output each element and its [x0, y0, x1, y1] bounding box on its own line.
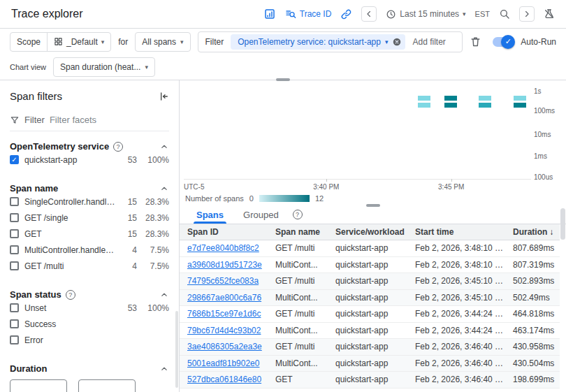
facet-item[interactable]: GET /single1528.3% [10, 210, 169, 226]
facet-item-label: GET /single [24, 213, 116, 223]
span-id-link[interactable]: 5001eadf81b902e0 [180, 358, 268, 368]
facet-item[interactable]: MultiController.handleMulti47.5% [10, 242, 169, 258]
duration-min-input[interactable] [10, 379, 67, 392]
time-forward-button[interactable] [519, 6, 535, 22]
span-id-link[interactable]: 3ae4086305a2ea3e [180, 342, 268, 351]
span-id-link[interactable]: a39608d19d51723e [180, 260, 268, 270]
table-row[interactable]: 298667ae800c6a76MultiCont...quickstart-a… [180, 290, 560, 307]
facet-filter-input[interactable] [50, 115, 169, 125]
table-row[interactable]: 5001eadf81b902e0MultiCont...quickstart-a… [180, 356, 560, 372]
span-id-link[interactable]: e7d7ee8040b8f8c2 [180, 243, 268, 253]
insights-button[interactable] [263, 8, 276, 20]
checkbox[interactable] [10, 319, 19, 328]
checkbox[interactable] [10, 245, 19, 254]
heatmap-cell[interactable] [479, 96, 491, 101]
facet-item[interactable]: GET1528.3% [10, 226, 169, 242]
collapse-panel-button[interactable] [158, 91, 169, 102]
scope-dropdown[interactable]: _Default ▾ [48, 33, 110, 51]
y-tick-label: 10ms [534, 131, 551, 138]
chevron-up-icon[interactable] [159, 184, 169, 194]
column-header[interactable]: Span ID [180, 227, 268, 237]
time-back-button[interactable] [361, 6, 377, 22]
checkbox[interactable] [10, 197, 19, 206]
heatmap-cell[interactable] [514, 103, 526, 108]
tab-spans[interactable]: Spans [187, 206, 233, 224]
facet-item-count: 15 [122, 197, 137, 207]
y-tick-label: 1ms [534, 152, 547, 159]
checkbox[interactable] [10, 229, 19, 238]
labs-button[interactable] [544, 8, 555, 20]
duration-max-input[interactable] [78, 379, 136, 392]
table-row[interactable]: 7686b15ce97e1d6cGET /multiquickstart-app… [180, 306, 560, 323]
auto-run-toggle[interactable]: ✓ [493, 37, 514, 47]
heatmap-cell[interactable] [418, 103, 430, 108]
heatmap-cell[interactable] [479, 103, 491, 108]
column-header[interactable]: Duration↓ [505, 227, 560, 237]
checkbox[interactable] [10, 303, 19, 312]
search-button[interactable] [499, 8, 510, 20]
topbar: Trace explorer Trace ID Last 15 minutes … [0, 0, 566, 29]
checkbox[interactable] [10, 261, 19, 270]
table-row[interactable]: e7d7ee8040b8f8c2GET /multiquickstart-app… [180, 240, 560, 257]
facet-item[interactable]: ✓quickstart-app53100% [10, 152, 169, 168]
facet-item-count: 4 [122, 245, 137, 255]
remove-filter-icon[interactable] [392, 37, 402, 47]
timezone-button[interactable]: EST [475, 10, 490, 18]
add-filter-input[interactable]: Add filter [412, 37, 445, 47]
facet-item[interactable]: Unset53100% [10, 300, 169, 316]
scrollbar-thumb[interactable] [560, 208, 565, 240]
heatmap-cell[interactable] [444, 96, 457, 101]
help-icon[interactable]: ? [293, 210, 303, 219]
chevron-up-icon[interactable] [159, 290, 169, 300]
facet-item[interactable]: GET /multi47.5% [10, 258, 169, 274]
trace-id-button[interactable]: Trace ID [285, 8, 332, 20]
column-header[interactable]: Span name [268, 227, 328, 237]
heatmap-cell[interactable] [418, 96, 430, 101]
checkbox[interactable] [10, 213, 19, 222]
span-id-link[interactable]: 527dbca061846e80 [180, 375, 268, 384]
facet-item[interactable]: SingleController.handleSing...1528.3% [10, 194, 169, 210]
sidebar-scrollbar[interactable] [175, 311, 178, 388]
table-cell: Feb 2, 2026, 3:48:10 PM [407, 260, 505, 270]
facet-section-header[interactable]: OpenTelemetry service? [10, 141, 169, 152]
facet-item[interactable]: Success [10, 316, 169, 332]
facet-section: OpenTelemetry service?✓quickstart-app531… [0, 131, 179, 173]
table-row[interactable]: a39608d19d51723eMultiCont...quickstart-a… [180, 257, 560, 274]
facet-item[interactable]: Error [10, 332, 169, 348]
tab-grouped[interactable]: Grouped [233, 206, 289, 224]
help-icon[interactable]: ? [113, 142, 123, 152]
span-id-link[interactable]: 79bc67d4d4c93b02 [180, 326, 268, 335]
span-id-link[interactable]: 74795c652fce083a [180, 276, 268, 286]
vertical-resize-handle[interactable] [276, 78, 290, 81]
chevron-up-icon[interactable] [159, 142, 169, 152]
chart-type-dropdown[interactable]: Span duration (heat... ▾ [53, 57, 155, 77]
heatmap-plot[interactable] [184, 87, 531, 180]
chevron-up-icon[interactable] [159, 364, 169, 374]
sidebar-header: Span filters [0, 80, 179, 106]
table-scrollbar[interactable] [560, 206, 566, 392]
heatmap-cell[interactable] [444, 103, 457, 108]
heatmap-cell[interactable] [514, 96, 526, 101]
facet-section-header[interactable]: Span name [10, 183, 169, 194]
table-resize-handle[interactable] [366, 204, 380, 207]
filter-input-container[interactable]: Filter OpenTelemetry service: quickstart… [198, 31, 463, 52]
help-icon[interactable]: ? [66, 290, 75, 300]
table-row[interactable]: 79bc67d4d4c93b02MultiCont...quickstart-a… [180, 323, 560, 340]
permalink-button[interactable] [340, 8, 352, 20]
facet-section-header[interactable]: Duration [10, 363, 169, 374]
filter-chip[interactable]: OpenTelemetry service: quickstart-app ▾ [231, 34, 405, 50]
time-range-dropdown[interactable]: Last 15 minutes ▾ [386, 9, 465, 20]
span-id-link[interactable]: 298667ae800c6a76 [180, 293, 268, 303]
span-scope-dropdown[interactable]: All spans ▾ [135, 32, 190, 52]
checkbox[interactable] [10, 335, 19, 344]
span-id-link[interactable]: 7686b15ce97e1d6c [180, 309, 268, 319]
checkbox[interactable]: ✓ [10, 155, 19, 164]
column-header[interactable]: Start time [407, 227, 505, 237]
column-header[interactable]: Service/workload [328, 227, 407, 237]
table-row[interactable]: 3ae4086305a2ea3eGET /multiquickstart-app… [180, 339, 560, 356]
facet-section-header[interactable]: Span status? [10, 289, 169, 300]
table-row[interactable]: 74795c652fce083aGET /multiquickstart-app… [180, 273, 560, 290]
scope-value: _Default [66, 37, 98, 47]
clear-filters-button[interactable] [470, 36, 481, 48]
table-row[interactable]: 527dbca061846e80GETquickstart-appFeb 2, … [180, 372, 560, 389]
